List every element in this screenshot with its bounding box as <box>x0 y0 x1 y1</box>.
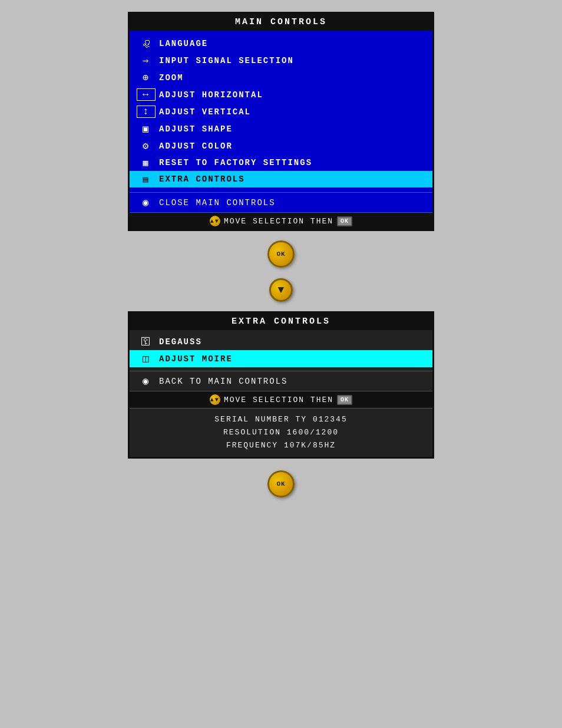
extra-controls-title: EXTRA CONTROLS <box>130 313 432 330</box>
close-main-controls-label: CLOSE MAIN CONTROLS <box>159 198 276 207</box>
menu-item-extra-controls[interactable]: ▤ EXTRA CONTROLS <box>130 171 432 187</box>
extra-nav-hint-text: MOVE SELECTION THEN <box>224 396 333 404</box>
menu-item-input-signal[interactable]: ⇒ INPUT SIGNAL SELECTION <box>130 52 432 69</box>
input-signal-icon: ⇒ <box>137 54 156 67</box>
menu-item-adjust-vertical[interactable]: ↕ ADJUST VERTICAL <box>130 103 432 120</box>
extra-controls-nav-hint: ▲▼ MOVE SELECTION THEN OK <box>130 391 432 408</box>
main-controls-panel: MAIN CONTROLS ꩗ LANGUAGE ⇒ INPUT SIGNAL … <box>128 12 434 231</box>
shape-icon: ▣ <box>137 123 156 135</box>
degauss-label: DEGAUSS <box>159 337 202 347</box>
main-controls-nav-hint: ▲▼ MOVE SELECTION THEN OK <box>130 213 432 229</box>
nav-up-down-icon: ▲▼ <box>210 216 220 226</box>
main-controls-title: MAIN CONTROLS <box>130 14 432 31</box>
menu-item-adjust-color[interactable]: ⚙ ADJUST COLOR <box>130 137 432 154</box>
ok-button-bottom-label: OK <box>276 480 285 487</box>
moire-icon: ◫ <box>137 353 156 365</box>
ok-button-top-label: OK <box>276 251 285 258</box>
nav-hint-text: MOVE SELECTION THEN <box>224 217 333 226</box>
adjust-horizontal-label: ADJUST HORIZONTAL <box>159 90 263 100</box>
down-arrow-button[interactable] <box>269 278 293 302</box>
adjust-color-label: ADJUST COLOR <box>159 141 233 151</box>
zoom-label: ZOOM <box>159 73 184 83</box>
adjust-vertical-label: ADJUST VERTICAL <box>159 107 251 117</box>
vertical-icon: ↕ <box>137 106 156 118</box>
reset-icon: ▦ <box>137 157 156 169</box>
ok-badge: OK <box>337 216 352 226</box>
horizontal-icon: ↔ <box>137 88 156 101</box>
ok-button-top[interactable]: OK <box>267 241 295 268</box>
extra-controls-icon: ▤ <box>137 174 156 185</box>
language-icon: ꩗ <box>137 38 156 50</box>
input-signal-label: INPUT SIGNAL SELECTION <box>159 56 294 65</box>
back-to-main-row[interactable]: ◉ BACK TO MAIN CONTROLS <box>130 371 432 391</box>
color-icon: ⚙ <box>137 140 156 152</box>
extra-controls-label: EXTRA CONTROLS <box>159 174 245 184</box>
bottom-ok-container: OK <box>267 470 295 498</box>
language-label: LANGUAGE <box>159 39 208 48</box>
extra-controls-panel: EXTRA CONTROLS ⚿ DEGAUSS ◫ ADJUST MOIRE … <box>128 311 434 459</box>
serial-number: SERIAL NUMBER TY 012345 <box>135 413 427 426</box>
ok-badge-2: OK <box>337 395 352 405</box>
close-icon: ◉ <box>137 196 156 209</box>
menu-item-degauss[interactable]: ⚿ DEGAUSS <box>130 334 432 350</box>
extra-controls-menu: ⚿ DEGAUSS ◫ ADJUST MOIRE <box>130 330 432 371</box>
ok-button-bottom[interactable]: OK <box>267 470 295 498</box>
reset-factory-label: RESET TO FACTORY SETTINGS <box>159 158 312 167</box>
degauss-icon: ⚿ <box>137 336 156 348</box>
main-controls-menu: ꩗ LANGUAGE ⇒ INPUT SIGNAL SELECTION ⊕ ZO… <box>130 31 432 192</box>
nav-up-down-icon-2: ▲▼ <box>210 394 220 405</box>
close-main-controls-row[interactable]: ◉ CLOSE MAIN CONTROLS <box>130 192 432 213</box>
arrow-container: OK <box>267 241 295 302</box>
menu-item-adjust-shape[interactable]: ▣ ADJUST SHAPE <box>130 120 432 137</box>
adjust-moire-label: ADJUST MOIRE <box>159 354 233 364</box>
zoom-icon: ⊕ <box>137 71 156 84</box>
frequency: FREQUENCY 107K/85HZ <box>135 439 427 452</box>
menu-item-reset-factory[interactable]: ▦ RESET TO FACTORY SETTINGS <box>130 154 432 171</box>
menu-item-adjust-horizontal[interactable]: ↔ ADJUST HORIZONTAL <box>130 86 432 103</box>
resolution: RESOLUTION 1600/1200 <box>135 426 427 439</box>
menu-item-zoom[interactable]: ⊕ ZOOM <box>130 69 432 86</box>
back-to-main-label: BACK TO MAIN CONTROLS <box>159 377 287 386</box>
back-icon: ◉ <box>137 375 156 387</box>
menu-item-adjust-moire[interactable]: ◫ ADJUST MOIRE <box>130 350 432 367</box>
adjust-shape-label: ADJUST SHAPE <box>159 124 233 134</box>
menu-item-language[interactable]: ꩗ LANGUAGE <box>130 35 432 52</box>
info-section: SERIAL NUMBER TY 012345 RESOLUTION 1600/… <box>130 408 432 457</box>
